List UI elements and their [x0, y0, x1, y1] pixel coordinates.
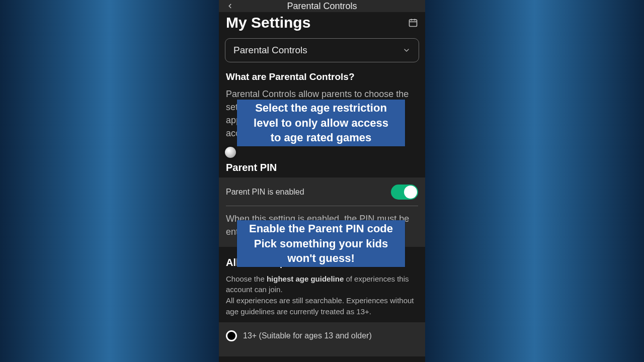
age-option-13plus[interactable]: 13+ (Suitable for ages 13 and older) [219, 322, 425, 356]
navbar-title: Parental Controls [219, 1, 425, 12]
chevron-down-icon [403, 46, 411, 54]
overlay-caption-age-restriction: Select the age restriction level to only… [237, 100, 405, 146]
age-option-13plus-label: 13+ (Suitable for ages 13 and older) [243, 331, 372, 340]
allowed-experiences-description: Choose the highest age guideline of expe… [219, 272, 425, 322]
dropdown-selected-label: Parental Controls [233, 45, 307, 56]
navbar: Parental Controls [219, 0, 425, 12]
intro-heading: What are Parental Controls? [219, 69, 425, 87]
allowed-desc-bold: highest age guideline [267, 275, 344, 283]
parent-pin-heading: Parent PIN [219, 146, 425, 177]
background-panel-right [425, 0, 644, 362]
page-title: My Settings [226, 14, 310, 31]
calendar-icon[interactable] [408, 18, 418, 28]
toggle-knob [404, 186, 417, 199]
background-panel-left [0, 0, 219, 362]
svg-rect-0 [410, 20, 417, 26]
radio-icon [226, 330, 237, 341]
overlay-caption-parent-pin: Enable the Parent PIN code Pick somethin… [237, 220, 405, 267]
phone-frame: Parental Controls My Settings Parental C… [219, 0, 425, 362]
allowed-desc-line2: All experiences are still searchable. Ex… [226, 296, 414, 316]
parent-pin-toggle-label: Parent PIN is enabled [226, 188, 304, 197]
parent-pin-toggle[interactable] [391, 185, 418, 200]
parent-pin-toggle-row: Parent PIN is enabled [226, 185, 418, 206]
allowed-desc-prefix: Choose the [226, 275, 267, 283]
cursor-indicator [225, 147, 236, 158]
page-header: My Settings [219, 12, 425, 35]
settings-category-dropdown[interactable]: Parental Controls [225, 38, 419, 62]
divider [226, 206, 418, 206]
